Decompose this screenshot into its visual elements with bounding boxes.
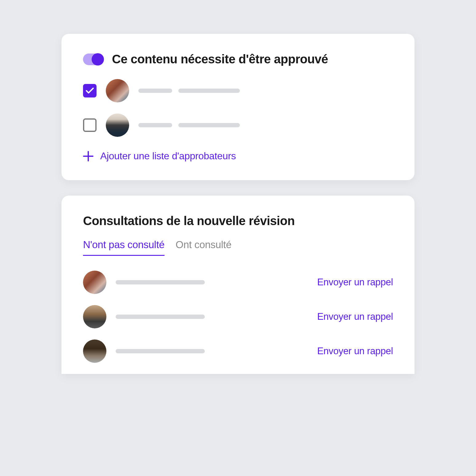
add-approvers-button[interactable]: Ajouter une liste d'approbateurs xyxy=(83,150,393,162)
check-icon xyxy=(86,88,94,94)
approval-toggle[interactable] xyxy=(83,54,104,65)
placeholder-bar xyxy=(116,349,205,353)
consultation-row: Envoyer un rappel xyxy=(83,271,393,294)
approver-checkbox[interactable] xyxy=(83,84,97,97)
send-reminder-link[interactable]: Envoyer un rappel xyxy=(317,346,393,357)
placeholder-bar xyxy=(116,315,205,319)
approver-checkbox[interactable] xyxy=(83,118,97,132)
placeholder-bar xyxy=(138,89,172,93)
avatar xyxy=(106,113,129,137)
placeholder-bar xyxy=(178,123,240,127)
send-reminder-link[interactable]: Envoyer un rappel xyxy=(317,311,393,322)
consultation-row: Envoyer un rappel xyxy=(83,339,393,363)
approver-name-placeholder xyxy=(138,123,240,127)
avatar xyxy=(83,271,106,294)
approval-toggle-row: Ce contenu nécessite d'être approuvé xyxy=(83,52,393,66)
placeholder-bar xyxy=(178,89,240,93)
tab-not-consulted[interactable]: N'ont pas consulté xyxy=(83,239,165,256)
consultations-tabs: N'ont pas consulté Ont consulté xyxy=(83,239,393,256)
send-reminder-link[interactable]: Envoyer un rappel xyxy=(317,277,393,288)
canvas: Ce contenu nécessite d'être approuvé xyxy=(0,0,476,476)
consultation-name-placeholder xyxy=(116,349,308,353)
avatar xyxy=(83,305,106,328)
toggle-knob xyxy=(92,53,104,65)
approval-toggle-label: Ce contenu nécessite d'être approuvé xyxy=(112,52,328,66)
approval-card: Ce contenu nécessite d'être approuvé xyxy=(61,34,415,180)
approver-name-placeholder xyxy=(138,89,240,93)
placeholder-bar xyxy=(116,280,205,284)
plus-icon xyxy=(83,151,93,161)
approver-row xyxy=(83,79,393,102)
consultations-card: Consultations de la nouvelle révision N'… xyxy=(61,196,415,374)
tab-consulted[interactable]: Ont consulté xyxy=(176,239,232,256)
consultations-title: Consultations de la nouvelle révision xyxy=(83,214,393,228)
avatar xyxy=(106,79,129,102)
consultation-name-placeholder xyxy=(116,315,308,319)
consultation-row: Envoyer un rappel xyxy=(83,305,393,328)
placeholder-bar xyxy=(138,123,172,127)
approver-row xyxy=(83,113,393,137)
avatar xyxy=(83,339,106,363)
consultation-name-placeholder xyxy=(116,280,308,284)
add-approvers-label: Ajouter une liste d'approbateurs xyxy=(100,150,236,162)
